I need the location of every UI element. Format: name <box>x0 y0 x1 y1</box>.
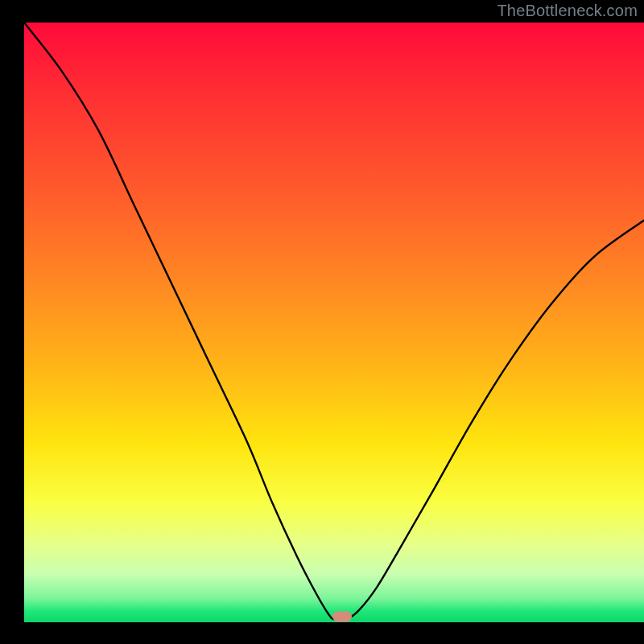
watermark-text: TheBottleneck.com <box>497 2 638 20</box>
plot-area <box>24 23 644 622</box>
chart-frame: TheBottleneck.com <box>0 0 644 644</box>
bottleneck-curve <box>24 23 644 622</box>
optimal-point-marker <box>332 612 352 622</box>
